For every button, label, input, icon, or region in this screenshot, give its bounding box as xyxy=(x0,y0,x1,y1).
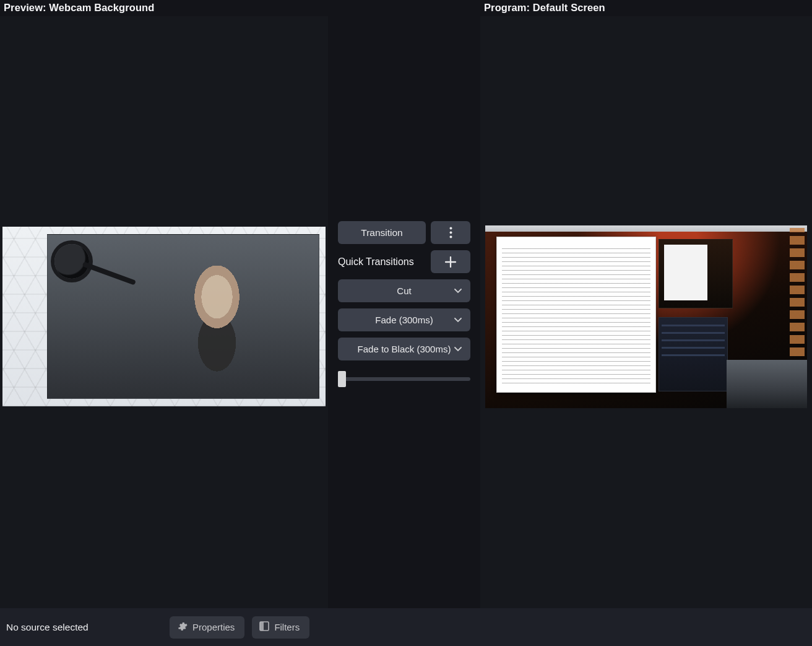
svg-point-1 xyxy=(449,232,452,234)
chevron-down-icon xyxy=(454,289,462,294)
svg-point-2 xyxy=(449,236,452,238)
program-title: Program: Default Screen xyxy=(480,0,812,16)
transition-button[interactable]: Transition xyxy=(338,221,426,244)
quick-transition-fade-label: Fade (300ms) xyxy=(375,315,433,325)
filters-icon xyxy=(259,621,269,633)
quick-transition-fade[interactable]: Fade (300ms) xyxy=(338,308,470,331)
quick-transitions-label: Quick Transitions xyxy=(338,256,414,268)
source-selection-status: No source selected xyxy=(6,622,162,633)
properties-button[interactable]: Properties xyxy=(170,616,244,639)
preview-video-frame xyxy=(2,227,326,406)
quick-transition-cut[interactable]: Cut xyxy=(338,279,470,302)
svg-rect-4 xyxy=(260,622,264,631)
program-viewport[interactable] xyxy=(480,16,812,608)
chevron-down-icon xyxy=(454,347,462,352)
transition-tbar-slider[interactable] xyxy=(338,370,470,388)
filters-button-label: Filters xyxy=(274,622,300,632)
kebab-icon xyxy=(449,227,452,238)
preview-viewport[interactable] xyxy=(0,16,328,608)
quick-transition-fade-to-black-label: Fade to Black (300ms) xyxy=(358,344,451,354)
transition-menu-button[interactable] xyxy=(431,221,470,244)
preview-title: Preview: Webcam Background xyxy=(0,0,328,16)
svg-point-0 xyxy=(449,227,452,230)
filters-button[interactable]: Filters xyxy=(252,616,309,639)
plus-icon xyxy=(445,256,456,268)
add-quick-transition-button[interactable] xyxy=(431,250,470,273)
quick-transition-fade-to-black[interactable]: Fade to Black (300ms) xyxy=(338,338,470,360)
source-toolbar: No source selected Properties Filters xyxy=(0,608,812,646)
chevron-down-icon xyxy=(454,318,462,323)
properties-button-label: Properties xyxy=(192,622,235,632)
gear-icon xyxy=(177,621,188,634)
program-video-frame xyxy=(485,225,807,408)
quick-transition-cut-label: Cut xyxy=(397,286,411,296)
